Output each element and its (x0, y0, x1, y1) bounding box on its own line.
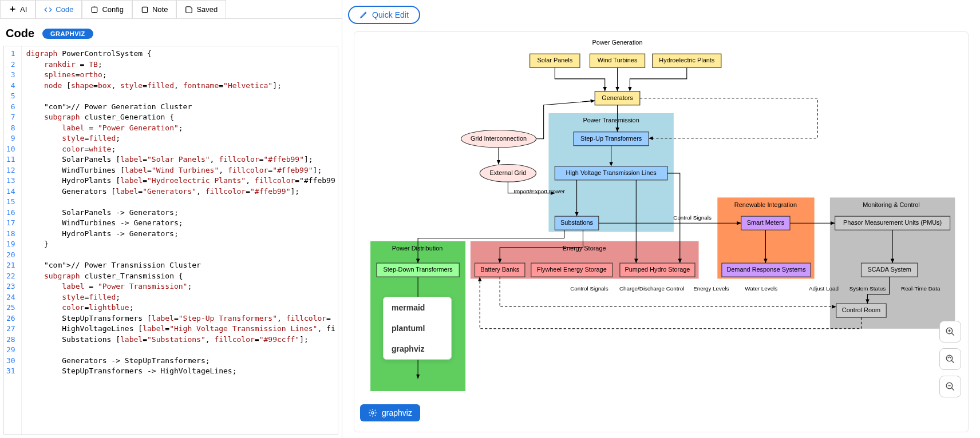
svg-text:Wind Turbines: Wind Turbines (598, 57, 638, 63)
svg-text:Control Signals: Control Signals (570, 285, 608, 292)
svg-point-36 (946, 355, 953, 361)
svg-rect-1 (142, 7, 147, 12)
svg-text:Hydroelectric Plants: Hydroelectric Plants (659, 57, 715, 63)
diagram-svg: Power Generation Solar Panels Wind Turbi… (354, 32, 968, 432)
diagram-container[interactable]: Power Generation Solar Panels Wind Turbi… (354, 31, 969, 432)
svg-text:Flywheel Energy Storage: Flywheel Energy Storage (537, 266, 607, 273)
svg-text:Import/Export Power: Import/Export Power (513, 188, 565, 194)
svg-text:Renewable Integration: Renewable Integration (734, 201, 797, 208)
svg-text:Step-Up Transformers: Step-Up Transformers (580, 135, 642, 142)
code-content[interactable]: digraph PowerControlSystem { rankdir = T… (22, 46, 335, 434)
svg-text:External Grid: External Grid (490, 169, 527, 176)
svg-text:Real-Time Data: Real-Time Data (901, 285, 941, 292)
zoom-reset-button[interactable] (939, 348, 961, 370)
svg-text:Substations: Substations (560, 219, 594, 226)
svg-text:Water Levels: Water Levels (745, 285, 777, 292)
line-gutter: 1234567891011121314151617181920212223242… (4, 46, 22, 434)
engine-selector-button[interactable]: graphviz (360, 404, 420, 421)
svg-text:Smart Meters: Smart Meters (747, 219, 785, 226)
svg-rect-0 (92, 7, 97, 12)
engine-option-plantuml[interactable]: plantuml (384, 318, 451, 339)
svg-text:High Voltage Transmission Line: High Voltage Transmission Lines (566, 169, 657, 176)
svg-text:System Status: System Status (849, 285, 886, 292)
code-icon (44, 6, 52, 14)
svg-text:Power Distribution: Power Distribution (392, 245, 443, 252)
svg-text:Step-Down Transformers: Step-Down Transformers (384, 266, 453, 273)
gear-icon (368, 408, 377, 417)
quick-edit-label: Quick Edit (372, 10, 409, 19)
note-icon (141, 6, 149, 14)
tab-note-label: Note (152, 5, 168, 14)
tab-saved[interactable]: Saved (176, 0, 226, 18)
tab-code[interactable]: Code (35, 0, 82, 18)
saved-icon (185, 6, 193, 14)
quick-edit-button[interactable]: Quick Edit (348, 6, 420, 24)
cluster-generation-label: Power Generation (592, 39, 643, 46)
tab-ai[interactable]: AI (0, 0, 35, 18)
engine-option-graphviz[interactable]: graphviz (384, 339, 451, 359)
zoom-in-button[interactable] (939, 321, 961, 343)
code-editor[interactable]: 1234567891011121314151617181920212223242… (3, 46, 338, 435)
tab-note[interactable]: Note (132, 0, 176, 18)
tab-code-label: Code (56, 5, 73, 14)
page-title: Code (6, 27, 34, 40)
svg-text:Generators: Generators (602, 94, 633, 101)
zoom-controls (939, 321, 961, 397)
zoom-out-icon (945, 381, 955, 392)
header-row: Code GRAPHVIZ (0, 19, 342, 46)
svg-text:Battery Banks: Battery Banks (480, 266, 519, 273)
svg-text:Control Room: Control Room (842, 306, 880, 313)
zoom-out-button[interactable] (939, 376, 961, 397)
engine-option-mermaid[interactable]: mermaid (384, 297, 451, 318)
svg-text:Power Transmission: Power Transmission (583, 117, 639, 124)
engine-dropdown-popup: mermaid plantuml graphviz (383, 297, 452, 360)
svg-text:Pumped Hydro Storage: Pumped Hydro Storage (625, 266, 690, 273)
pencil-icon (359, 11, 368, 19)
svg-text:Charge/Discharge Control: Charge/Discharge Control (619, 285, 684, 292)
language-badge: GRAPHVIZ (42, 29, 93, 39)
svg-text:SCADA System: SCADA System (867, 266, 911, 273)
tab-config-label: Config (102, 5, 124, 14)
svg-text:Solar Panels: Solar Panels (537, 57, 572, 63)
svg-text:Adjust Load: Adjust Load (809, 285, 839, 292)
engine-selector-label: graphviz (382, 408, 412, 417)
sparkle-icon (9, 6, 17, 14)
svg-text:Monitoring & Control: Monitoring & Control (863, 201, 919, 208)
right-panel: Quick Edit Power Generation Solar Panels… (342, 0, 980, 438)
config-icon (90, 6, 98, 14)
svg-text:Grid Interconnection: Grid Interconnection (471, 135, 527, 142)
svg-text:Demand Response Systems: Demand Response Systems (726, 266, 806, 273)
zoom-in-icon (945, 326, 955, 337)
left-panel: AI Code Config Note Saved Code GRAPHVIZ (0, 0, 342, 438)
tabs-bar: AI Code Config Note Saved (0, 0, 342, 19)
tab-ai-label: AI (20, 5, 27, 14)
svg-text:Energy Storage: Energy Storage (563, 245, 606, 252)
svg-text:Phasor Measurement Units (PMUs: Phasor Measurement Units (PMUs) (843, 219, 942, 226)
svg-point-34 (372, 412, 374, 414)
zoom-reset-icon (945, 354, 955, 364)
svg-text:Control Signals: Control Signals (673, 214, 712, 221)
svg-text:Energy Levels: Energy Levels (693, 285, 729, 292)
tab-config[interactable]: Config (82, 0, 132, 18)
tab-saved-label: Saved (196, 5, 218, 14)
